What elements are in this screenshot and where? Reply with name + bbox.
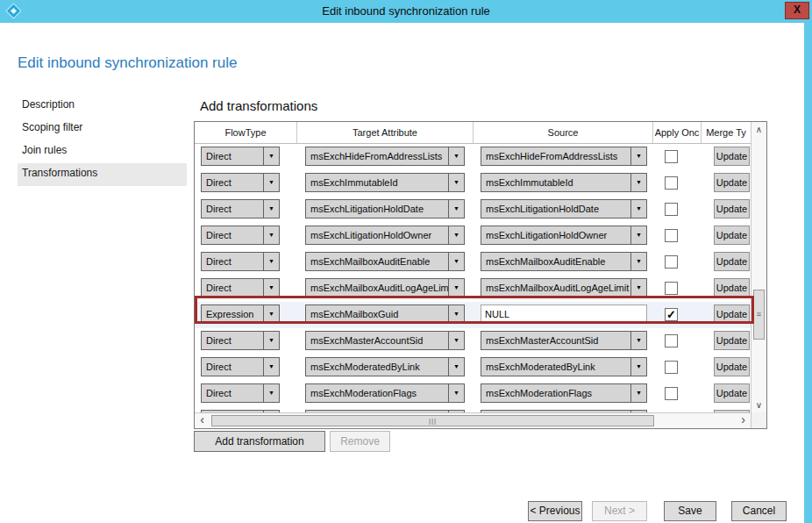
source-dropdown[interactable]: msExchMasterAccountSid ▼ bbox=[481, 331, 647, 350]
apply-once-checkbox[interactable] bbox=[665, 255, 678, 269]
source-dropdown[interactable]: msExchLitigationHoldOwner ▼ bbox=[481, 226, 647, 245]
chevron-down-icon[interactable]: ▼ bbox=[448, 332, 464, 349]
flowtype-dropdown[interactable]: Direct ▼ bbox=[201, 226, 280, 245]
target-attribute-dropdown[interactable]: msExchMailboxGuid ▼ bbox=[305, 304, 465, 324]
merge-type-button[interactable]: Update bbox=[714, 199, 750, 219]
target-attribute-dropdown[interactable]: msExchLitigationHoldDate ▼ bbox=[305, 199, 465, 219]
apply-once-checkbox[interactable] bbox=[665, 203, 678, 216]
vertical-scrollbar[interactable]: ∧ ≡ ∨ bbox=[751, 122, 766, 412]
flowtype-dropdown[interactable]: Direct ▼ bbox=[201, 331, 280, 350]
chevron-down-icon[interactable]: ▼ bbox=[448, 174, 464, 191]
target-attribute-dropdown[interactable]: msExchImmutableId ▼ bbox=[305, 173, 465, 192]
chevron-down-icon[interactable]: ▼ bbox=[630, 384, 646, 402]
previous-button[interactable]: < Previous bbox=[528, 501, 582, 521]
apply-once-checkbox[interactable] bbox=[665, 229, 678, 242]
chevron-down-icon[interactable]: ▼ bbox=[263, 305, 279, 323]
merge-type-button[interactable]: Update bbox=[714, 226, 750, 245]
apply-once-checkbox[interactable]: ✓ bbox=[665, 308, 678, 321]
chevron-down-icon[interactable]: ▼ bbox=[630, 253, 646, 270]
source-dropdown[interactable]: msExchMailboxAuditLogAgeLimit ▼ bbox=[481, 278, 647, 297]
merge-type-button[interactable]: Update bbox=[714, 173, 750, 192]
merge-type-button[interactable]: Update bbox=[714, 147, 750, 166]
chevron-down-icon[interactable]: ▼ bbox=[448, 200, 464, 218]
cancel-button[interactable]: Cancel bbox=[731, 501, 787, 521]
close-button[interactable]: X bbox=[785, 2, 809, 19]
chevron-down-icon[interactable]: ▼ bbox=[630, 332, 646, 349]
chevron-down-icon[interactable]: ▼ bbox=[448, 253, 464, 270]
chevron-down-icon[interactable]: ▼ bbox=[263, 332, 279, 349]
source-dropdown[interactable]: msExchLitigationHoldDate ▼ bbox=[481, 199, 647, 219]
chevron-down-icon[interactable]: ▼ bbox=[630, 279, 646, 297]
chevron-down-icon[interactable]: ▼ bbox=[263, 174, 279, 191]
merge-type-button[interactable]: Update bbox=[714, 304, 750, 324]
sidebar-item-transformations[interactable]: Transformations bbox=[18, 163, 187, 186]
sidebar-item-description[interactable]: Description bbox=[18, 95, 187, 118]
target-attribute-dropdown[interactable]: msExchMailboxAuditLogAgeLimit ▼ bbox=[305, 278, 465, 297]
chevron-down-icon[interactable]: ▼ bbox=[263, 226, 279, 244]
scroll-up-arrow-icon[interactable]: ∧ bbox=[751, 122, 766, 137]
merge-type-button[interactable]: Update bbox=[714, 252, 750, 271]
apply-once-checkbox[interactable] bbox=[665, 176, 678, 190]
remove-button[interactable]: Remove bbox=[330, 431, 390, 452]
horizontal-scrollbar-thumb[interactable]: ||| bbox=[211, 415, 654, 426]
source-expression-input[interactable] bbox=[481, 304, 647, 324]
target-attribute-dropdown[interactable]: msExchMailboxAuditEnable ▼ bbox=[305, 252, 465, 271]
chevron-down-icon[interactable]: ▼ bbox=[448, 147, 464, 165]
merge-type-button[interactable]: Update bbox=[714, 357, 750, 376]
scroll-down-arrow-icon[interactable]: ∨ bbox=[751, 398, 766, 412]
apply-once-checkbox[interactable] bbox=[665, 387, 678, 400]
add-transformations-heading: Add transformations bbox=[200, 98, 317, 113]
apply-once-checkbox[interactable] bbox=[665, 361, 678, 374]
flowtype-dropdown[interactable]: Direct ▼ bbox=[201, 383, 280, 403]
flowtype-dropdown[interactable]: Direct ▼ bbox=[201, 199, 280, 219]
flowtype-dropdown[interactable]: Direct ▼ bbox=[201, 173, 280, 192]
chevron-down-icon[interactable]: ▼ bbox=[448, 305, 464, 323]
horizontal-scrollbar[interactable]: ‹ ||| › bbox=[195, 412, 751, 428]
next-button[interactable]: Next > bbox=[592, 501, 647, 521]
chevron-down-icon[interactable]: ▼ bbox=[263, 200, 279, 218]
sidebar-item-join-rules[interactable]: Join rules bbox=[18, 140, 187, 163]
target-attribute-dropdown[interactable]: msExchMasterAccountSid ▼ bbox=[305, 331, 465, 350]
target-attribute-dropdown[interactable]: msExchLitigationHoldOwner ▼ bbox=[305, 226, 465, 245]
source-dropdown[interactable]: msExchMailboxAuditEnable ▼ bbox=[481, 252, 647, 271]
flowtype-dropdown[interactable]: Expression ▼ bbox=[201, 304, 280, 324]
flowtype-dropdown[interactable]: Direct ▼ bbox=[201, 357, 280, 376]
flowtype-dropdown[interactable]: Direct ▼ bbox=[201, 147, 280, 166]
merge-type-button[interactable]: Update bbox=[714, 383, 750, 403]
merge-type-button[interactable]: Update bbox=[714, 331, 750, 350]
chevron-down-icon[interactable]: ▼ bbox=[630, 200, 646, 218]
apply-once-checkbox[interactable] bbox=[665, 334, 678, 347]
chevron-down-icon[interactable]: ▼ bbox=[630, 147, 646, 165]
merge-type-button[interactable]: Update bbox=[714, 278, 750, 297]
flowtype-dropdown[interactable]: Direct ▼ bbox=[201, 278, 280, 297]
target-attribute-dropdown[interactable]: msExchModerationFlags ▼ bbox=[305, 383, 465, 403]
chevron-down-icon[interactable]: ▼ bbox=[630, 226, 646, 244]
scroll-left-arrow-icon[interactable]: ‹ bbox=[195, 413, 210, 428]
flowtype-dropdown[interactable]: Direct ▼ bbox=[201, 252, 280, 271]
chevron-down-icon[interactable]: ▼ bbox=[263, 147, 279, 165]
source-dropdown[interactable]: msExchModerationFlags ▼ bbox=[481, 383, 647, 403]
save-button[interactable]: Save bbox=[664, 501, 716, 521]
apply-once-checkbox[interactable] bbox=[665, 150, 678, 163]
table-row: Direct ▼ msExchLitigationHoldOwner ▼ msE… bbox=[195, 223, 751, 249]
chevron-down-icon[interactable]: ▼ bbox=[448, 358, 464, 376]
chevron-down-icon[interactable]: ▼ bbox=[630, 358, 646, 376]
chevron-down-icon[interactable]: ▼ bbox=[263, 253, 279, 270]
chevron-down-icon[interactable]: ▼ bbox=[448, 279, 464, 297]
target-attribute-dropdown[interactable]: msExchHideFromAddressLists ▼ bbox=[305, 147, 465, 166]
source-dropdown[interactable]: msExchImmutableId ▼ bbox=[481, 173, 647, 192]
apply-once-checkbox[interactable] bbox=[665, 282, 678, 295]
chevron-down-icon[interactable]: ▼ bbox=[263, 358, 279, 376]
add-transformation-button[interactable]: Add transformation bbox=[194, 431, 325, 452]
chevron-down-icon[interactable]: ▼ bbox=[263, 279, 279, 297]
sidebar-item-scoping-filter[interactable]: Scoping filter bbox=[18, 118, 187, 140]
source-dropdown[interactable]: msExchModeratedByLink ▼ bbox=[481, 357, 647, 376]
chevron-down-icon[interactable]: ▼ bbox=[630, 174, 646, 191]
scroll-right-arrow-icon[interactable]: › bbox=[736, 413, 751, 428]
vertical-scrollbar-thumb[interactable]: ≡ bbox=[753, 290, 765, 340]
target-attribute-dropdown[interactable]: msExchModeratedByLink ▼ bbox=[305, 357, 465, 376]
chevron-down-icon[interactable]: ▼ bbox=[448, 384, 464, 402]
chevron-down-icon[interactable]: ▼ bbox=[263, 384, 279, 402]
chevron-down-icon[interactable]: ▼ bbox=[448, 226, 464, 244]
source-dropdown[interactable]: msExchHideFromAddressLists ▼ bbox=[481, 147, 647, 166]
